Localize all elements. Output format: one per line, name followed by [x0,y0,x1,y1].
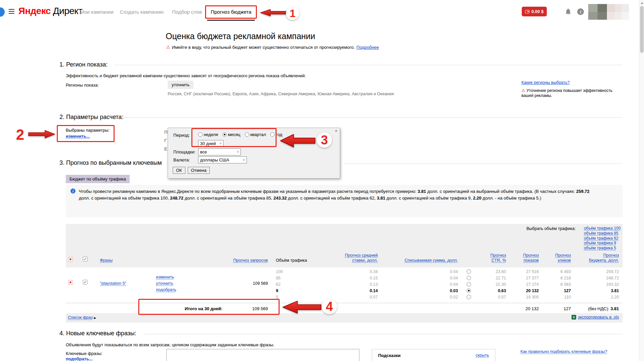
scrollbar-thumb[interactable] [640,6,644,53]
region-warning: ⚠ Уточнение региона повышает эффективнос… [521,88,622,98]
row-clicks: 110 [527,295,571,299]
avatar[interactable] [588,4,629,20]
row-bid: 0.14 [344,288,378,293]
scrollbar[interactable] [639,0,644,361]
row-budget: 259.72 [567,269,619,274]
nav-my-campaigns[interactable]: Мои кампании [80,9,114,15]
section1-divider [114,65,623,65]
info-text-part: долл. с ориентацией на объём трафика 100… [79,196,170,201]
traffic-5-link[interactable]: объём трафика 5 [584,246,621,251]
col-traffic: Объём трафика [276,258,307,263]
notifications-bell-icon[interactable] [565,8,572,15]
traffic-85-link[interactable]: объём трафика 85 [584,231,621,236]
radio-week[interactable] [198,132,202,137]
nav-budget-forecast[interactable]: Прогноз бюджета [211,9,252,15]
keyphrases-textarea[interactable] [166,349,359,361]
col-budget[interactable]: Прогнозбюджета, долл. [567,253,619,263]
keyphrases-label: Ключевые фразы: [66,351,103,356]
logo[interactable]: ЯндексДирект [18,6,83,16]
col-writeoff[interactable]: Списываемая сумма, долл. [384,258,458,263]
phrase-edit-link[interactable]: изменить [156,275,174,279]
col-avg-bid[interactable]: Прогноз среднейставки, долл. [321,253,378,263]
radio-month[interactable] [222,132,227,137]
export-xls-link[interactable]: X экспортировать в .xls [534,315,619,320]
row-bid: 0.15 [344,276,378,280]
delete-phrase-icon[interactable] [68,280,73,285]
info-value: 243.32 [274,196,287,201]
row-bid: 0.13 [344,282,378,287]
tab-traffic-volume-budget[interactable]: Бюджет по объёму трафика [66,175,130,183]
yandex-direct-budget-forecast-page: ЯндексДирект Мои кампании Создать кампан… [0,0,644,361]
wallet-icon [525,10,529,13]
period-days-select[interactable]: 30 дней ˅ [198,140,223,147]
hints-label: Подсказки [378,353,400,361]
dialog-close-icon[interactable]: × [335,128,337,133]
phrase-text[interactable]: "playstation 5" [100,281,126,286]
chevron-down-icon: ˅ [219,142,221,145]
scroll-up-icon[interactable] [641,2,643,4]
platforms-select[interactable]: все ˅ [198,148,241,155]
cancel-button[interactable]: Отмена [188,167,210,174]
page-warning: ⚠ Имейте в виду, что реальный бюджет мож… [166,44,379,50]
warning-text: Имейте в виду, что реальный бюджет может… [172,45,355,50]
row-writeoff: 0.04 [425,282,458,287]
info-box: i Чтобы провести рекламную кампанию в Ян… [66,185,623,217]
period-days-value: 30 дней [200,141,216,146]
row-budget: 2.20 [567,295,619,299]
annotation-arrow-1-icon [260,9,287,17]
period-option: квартал [245,132,266,137]
nav-create-campaign[interactable]: Создать кампанию [120,9,164,15]
ok-button[interactable]: ОК [173,167,185,174]
row-traffic: 9 [276,288,278,294]
hide-hints-link[interactable]: скрыть [476,353,489,361]
warning-triangle-icon: ⚠ [166,44,170,50]
radio-quarter[interactable] [245,132,249,137]
platforms-value: все [200,149,207,154]
info-value: 2.20 [473,196,481,201]
chevron-down-icon: ˅ [237,150,239,154]
platforms-label: Площадки: [173,149,195,154]
section3-divider [344,163,623,164]
phrase-checkbox[interactable] [83,280,88,284]
col-phrases[interactable]: Фразы [100,258,113,263]
section4-divider [144,334,623,334]
which-regions-link[interactable]: Какие регионы выбрать? [521,80,570,85]
nav-word-selection[interactable]: Подбор слов [172,9,202,15]
section1-description: Эффективность и бюджет рекламной кампани… [66,73,306,78]
traffic-9-link[interactable]: объём трафика 9 [584,241,621,246]
obscured-text-fragment: Е [164,146,167,151]
help-info-icon[interactable]: i [577,8,584,15]
col-clicks[interactable]: Прогнозкликов [527,253,571,263]
total-row-divider [66,303,623,303]
regions-label: Регионы показа: [66,83,99,88]
radio-year[interactable] [270,132,275,137]
chevron-down-icon: ˅ [243,158,245,162]
phrase-pick-link[interactable]: подобрать [156,287,176,292]
delete-all-icon[interactable] [68,257,73,262]
currency-select[interactable]: доллары США ˅ [198,156,247,163]
details-link[interactable]: Подробнее [356,45,379,50]
row-traffic: 100 [276,269,283,275]
phrase-refine-link[interactable]: уточнить [156,281,173,286]
howto-pick-phrases-link[interactable]: Как правильно подбирать ключевые фразы? [520,349,607,354]
traffic-62-link[interactable]: объём трафика 62 [584,236,621,241]
pick-phrases-link[interactable]: подобрать... [66,356,93,361]
select-all-checkbox[interactable] [83,257,88,261]
row-budget: 3.81 [567,288,619,293]
page-title: Оценка бюджета рекламной кампании [166,31,315,41]
traffic-100-link[interactable]: объём трафика 100 [584,226,621,231]
balance-button[interactable]: 0.00 $ [522,7,547,16]
row-traffic: 85 [276,275,281,281]
obscured-text-fragment: Г [164,138,167,143]
refine-regions-button[interactable]: уточнить [168,81,193,89]
phrase-queries-value: 109 569 [214,281,268,286]
row-budget: 248.72 [567,276,619,280]
col-queries[interactable]: Прогноз запросов [214,258,268,263]
change-params-link[interactable]: изменить... [66,134,90,139]
menu-icon[interactable] [9,9,14,15]
info-value: 248.72 [170,196,183,201]
row-traffic: 62 [276,281,281,288]
phrase-list-link[interactable]: Список фраз ▶ [68,315,96,320]
info-text: Чтобы провести рекламную кампанию в Янде… [79,188,600,201]
obscured-text-fragment: П [164,130,167,135]
